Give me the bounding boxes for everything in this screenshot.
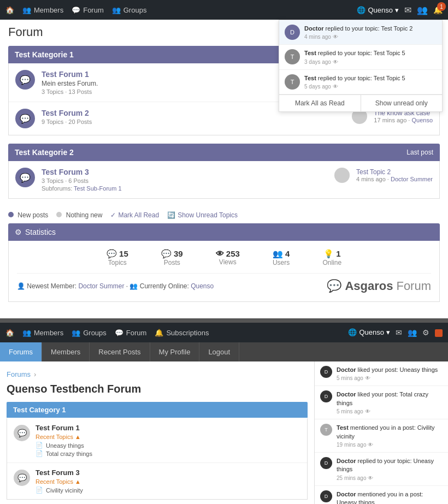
nav-groups[interactable]: 👥 Groups — [112, 6, 147, 14]
members-icon: 👥 — [22, 329, 31, 337]
breadcrumb-home-link[interactable]: Forums — [7, 370, 31, 378]
notification-count: 1 — [437, 2, 446, 11]
stats-body: 💬 15 Topics 💬 39 Posts 👁 253 — [8, 241, 440, 302]
breadcrumb: Forums › — [7, 366, 308, 383]
bottom-section: 🏠 👥 Members 👥 Groups 💬 Forum 🔔 Subscript… — [0, 323, 448, 504]
bottom-nav-groups[interactable]: 👥 Groups — [72, 329, 107, 337]
last-post-avatar — [334, 168, 350, 183]
stat-online-label: Online — [322, 259, 341, 266]
messages-icon[interactable]: ✉ — [404, 5, 411, 15]
stat-users-label: Users — [273, 259, 290, 266]
bottom-settings-icon[interactable]: ⚙ — [422, 328, 429, 337]
top-nav-left: 🏠 👥 Members 💬 Forum 👥 Groups — [5, 6, 146, 14]
mark-all-read-btn[interactable]: Mark All as Read — [279, 94, 361, 111]
bottom-nav-forum[interactable]: 💬 Forum — [115, 329, 147, 337]
forum-name-link[interactable]: Test Forum 1 — [42, 70, 89, 79]
stats-row: 💬 15 Topics 💬 39 Posts 👁 253 — [17, 249, 431, 266]
groups-icon: 👥 — [72, 329, 80, 337]
stat-online-value: 💡 1 — [322, 249, 341, 259]
section-divider — [0, 318, 448, 323]
users-icon[interactable]: 👥 — [417, 5, 428, 15]
nav-brand: 🌐 Quenso ▾ — [357, 6, 399, 14]
notif-item: D Doctor replied to your topic: Uneasy t… — [315, 453, 448, 486]
forum-icon: 💬 — [72, 6, 80, 14]
newest-member-link[interactable]: Doctor Summer — [78, 282, 124, 290]
top-nav: 🏠 👥 Members 💬 Forum 👥 Groups 🌐 Quenso ▾ … — [0, 0, 448, 20]
notif-footer: Mark All as Read Show unread only — [279, 94, 442, 111]
bottom-main-layout: Forums › Quenso Testbench Forum Test Cat… — [0, 361, 448, 504]
notif-avatar: T — [320, 424, 332, 436]
forum2-recent-topics[interactable]: Recent Topics ▲ — [36, 434, 300, 440]
topic-item: 📄 Total crazy things — [36, 450, 300, 457]
stats-footer-left: 👤 Newest Member: Doctor Summer · 👥 Curre… — [17, 282, 214, 290]
subforum-link[interactable]: Test Sub-Forum 1 — [74, 185, 121, 192]
nav-home[interactable]: 🏠 — [5, 6, 14, 14]
tab-logout[interactable]: Logout — [199, 342, 239, 361]
new-posts-legend: New posts — [8, 211, 48, 219]
forum-icon: 💬 — [115, 329, 123, 337]
nav-forum[interactable]: 💬 Forum — [72, 6, 104, 14]
last-post-title[interactable]: Test Topic 2 — [356, 168, 433, 176]
notif-content: Doctor liked your post: Total crazy thin… — [337, 390, 443, 414]
category2-header-1: Test Category 1 — [7, 402, 308, 418]
forum2-topics-list: 📄 Uneasy things 📄 Total crazy things — [36, 442, 300, 457]
bottom-nav-home[interactable]: 🏠 — [5, 329, 14, 337]
tab-recent-posts[interactable]: Recent Posts — [90, 342, 150, 361]
forum2-row: 💬 Test Forum 3 Recent Topics ▲ 📄 Civilit… — [7, 463, 307, 499]
notif-text: Doctor liked your post: Uneasy things — [337, 366, 438, 374]
forum2-name[interactable]: Test Forum 3 — [36, 469, 300, 477]
bottom-nav-subscriptions[interactable]: 🔔 Subscriptions — [155, 329, 209, 337]
nav-members[interactable]: 👥 Members — [22, 6, 63, 14]
category2-body-1: 💬 Test Forum 1 Recent Topics ▲ 📄 Uneasy … — [7, 418, 308, 500]
stat-topics-value: 💬 15 — [107, 249, 128, 259]
forum2-topics-list: 📄 Civility vicinity — [36, 487, 300, 494]
notif-content: Doctor replied to your topic: Test Topic… — [304, 25, 412, 40]
stat-views-value: 👁 253 — [216, 249, 240, 258]
notif-content: Test replied to your topic: Test Topic 5… — [304, 49, 405, 64]
stat-posts-value: 💬 39 — [161, 249, 183, 259]
stat-posts: 💬 39 Posts — [161, 249, 183, 266]
category-header-2: Test Kategorie 2 Last post — [8, 144, 440, 161]
tab-members[interactable]: Members — [42, 342, 90, 361]
stat-users: 👥 4 Users — [273, 249, 290, 266]
forum-name-link[interactable]: Test Forum 3 — [42, 168, 89, 176]
stats-footer: 👤 Newest Member: Doctor Summer · 👥 Curre… — [17, 273, 431, 293]
bottom-nav-right: 🌐 Quenso ▾ ✉ 👥 ⚙ — [348, 328, 443, 337]
notif-content: Doctor mentioned you in a post: Uneasy t… — [337, 490, 443, 504]
subscriptions-icon: 🔔 — [155, 329, 163, 337]
forum-name-link[interactable]: Test Forum 2 — [42, 109, 89, 117]
notification-bell[interactable]: 🔔 1 — [433, 5, 443, 14]
bottom-users-icon[interactable]: 👥 — [408, 328, 417, 337]
last-post-meta: 4 mins ago · Doctor Summer — [356, 176, 433, 182]
chevron-up-icon: ▲ — [75, 434, 81, 440]
tab-forums[interactable]: Forums — [0, 342, 42, 361]
mark-all-read-link[interactable]: ✓ Mark All Read — [110, 211, 159, 219]
notif-time: 5 days ago 👁 — [304, 84, 405, 90]
currently-online-link[interactable]: Quenso — [191, 282, 214, 290]
show-unread-link[interactable]: 🔄 Show Unread Topics — [167, 211, 238, 219]
forum2-recent-topics[interactable]: Recent Topics ▲ — [36, 478, 300, 485]
forum2-info: Test Forum 3 Recent Topics ▲ 📄 Civility … — [36, 469, 300, 494]
notif-item: D Doctor liked your post: Total crazy th… — [315, 386, 448, 419]
stats-header: ⚙ Statistics — [8, 223, 440, 241]
notif-time: 4 mins ago 👁 — [304, 34, 412, 40]
forum-icon: 💬 — [15, 70, 35, 90]
bottom-notification-badge[interactable] — [435, 328, 443, 337]
bottom-messages-icon[interactable]: ✉ — [396, 328, 402, 337]
statistics-section: ⚙ Statistics 💬 15 Topics 💬 39 — [8, 223, 440, 302]
show-unread-btn[interactable]: Show unread only — [361, 94, 443, 111]
bottom-nav-members[interactable]: 👥 Members — [22, 329, 63, 337]
eye-icon: 👁 — [333, 84, 338, 90]
notif-content: Doctor liked your post: Uneasy things 5 … — [337, 366, 438, 381]
legend-dot-blue — [8, 212, 14, 217]
notif-item: D Doctor replied to your topic: Test Top… — [279, 20, 442, 45]
stat-topics: 💬 15 Topics — [107, 249, 128, 266]
forum-subforum: Subforums: Test Sub-Forum 1 — [42, 185, 328, 192]
tab-my-profile[interactable]: My Profile — [150, 342, 200, 361]
notif-item: T Test mentioned you in a post: Civility… — [315, 419, 448, 453]
forum2-name[interactable]: Test Forum 1 — [36, 424, 300, 432]
members-icon: 👥 — [22, 6, 31, 14]
forum2-icon: 💬 — [14, 470, 30, 486]
asgaros-brand: 💬 Asgaros Forum — [327, 279, 431, 293]
notif-text: Test replied to your topic: Test Topic 5 — [304, 74, 405, 82]
